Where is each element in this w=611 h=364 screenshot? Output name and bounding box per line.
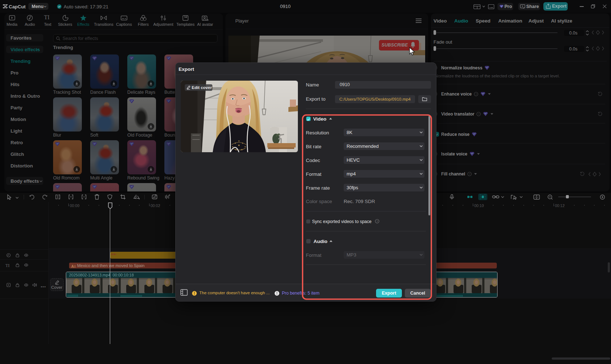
svg-text:A: A [71,264,74,268]
svg-text:?: ? [469,172,470,175]
svg-text:?: ? [376,220,378,223]
svg-text:?: ? [478,112,479,116]
svg-text:?: ? [475,92,477,96]
